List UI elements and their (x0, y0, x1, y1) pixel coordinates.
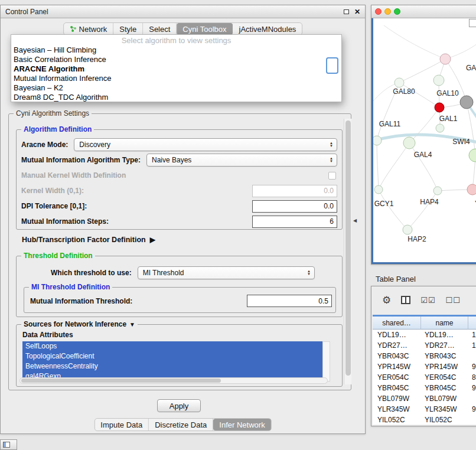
table-row[interactable]: YLR345WYLR345W9. (373, 404, 476, 415)
apply-button[interactable]: Apply (157, 399, 201, 412)
table-row[interactable]: YPR145WYPR145W9. (373, 361, 476, 372)
table-cell: 12 (468, 340, 476, 351)
table-cell: YPR145W (421, 361, 468, 372)
network-edge (377, 141, 379, 190)
node-label: GAL80 (393, 87, 415, 96)
float-window-icon[interactable] (344, 9, 349, 14)
network-window-titlebar[interactable] (371, 5, 476, 18)
algorithm-option[interactable]: Dream8 DC_TDC Algorithm (11, 93, 341, 102)
data-attributes-list: SelfLoopsTopologicalCoefficientBetweenne… (22, 341, 322, 381)
column-header-partial[interactable] (468, 317, 476, 330)
table-cell: YIL052C (373, 415, 421, 425)
manual-kernel-checkbox[interactable] (328, 172, 336, 180)
algorithm-placeholder[interactable]: Select algorithm to view settings (11, 35, 341, 45)
table-row[interactable]: YDR27…YDR27…12 (373, 340, 476, 351)
collapse-down-icon: ▼ (129, 321, 135, 328)
data-attribute-item[interactable]: BetweennessCentrality (22, 361, 322, 371)
network-node[interactable] (395, 78, 404, 87)
tab-select[interactable]: Select (143, 23, 177, 35)
table-row[interactable]: YBL079WYBL079W (373, 393, 476, 404)
table-body: YDL19…YDL19…13YDR27…YDR27…12YBR043CYBR04… (373, 330, 476, 425)
table-cell: 9. (468, 404, 476, 415)
algorithm-option[interactable]: Mutual Information Inference (11, 74, 341, 83)
kernel-width-row: Kernel Width (0,1): 0.0 (21, 183, 337, 198)
sources-group: Sources for Network Inference ▼ Data Att… (16, 324, 343, 387)
column-header-name[interactable]: name (421, 317, 468, 330)
dpi-tolerance-field[interactable]: 0.0 (252, 200, 337, 213)
table-row[interactable]: YIL052CYIL052C (373, 415, 476, 425)
mi-steps-field[interactable]: 6 (252, 216, 337, 228)
algorithm-option[interactable]: Bayesian – K2 (11, 83, 341, 93)
network-node[interactable] (435, 103, 444, 112)
algorithm-option[interactable]: Bayesian – Hill Climbing (11, 45, 341, 55)
aracne-mode-combo[interactable]: Discovery ▲▼ (74, 138, 337, 151)
algorithm-definition-title: Algorithm Definition (21, 125, 94, 133)
cyni-mode-tabs: Impute Data Discretize Data Infer Networ… (94, 418, 271, 431)
network-node[interactable] (403, 225, 412, 234)
network-node[interactable] (433, 187, 442, 195)
columns-icon[interactable] (401, 296, 410, 304)
network-node[interactable] (373, 136, 382, 145)
table-cell: YDL19… (373, 330, 421, 340)
close-traffic-light[interactable] (375, 8, 382, 15)
tab-discretize-data[interactable]: Discretize Data (149, 419, 213, 431)
settings-scrollbar[interactable] (344, 119, 351, 384)
tab-style[interactable]: Style (113, 23, 143, 35)
panel-collapse-arrow-icon[interactable]: ◀ (353, 218, 357, 223)
network-node[interactable] (374, 185, 383, 194)
kernel-width-field[interactable]: 0.0 (252, 185, 337, 197)
desktop: Control Panel ✕ Network Style Select Cyn… (0, 0, 476, 450)
network-edge (409, 107, 439, 143)
tab-network[interactable]: Network (64, 23, 114, 35)
data-attribute-item[interactable]: TopologicalCoefficient (22, 351, 322, 361)
network-node[interactable] (469, 149, 476, 162)
network-node[interactable] (460, 96, 473, 109)
settings-group-title: Cyni Algorithm Settings (14, 109, 92, 118)
combo-arrows-icon: ▲▼ (307, 270, 311, 276)
table-row[interactable]: YBR043CYBR043C (373, 351, 476, 361)
network-node[interactable] (440, 54, 451, 64)
algorithm-definition-group: Algorithm Definition Aracne Mode: Discov… (16, 129, 343, 230)
select-all-icon[interactable]: ☑☑ (420, 296, 435, 305)
data-attributes-label: Data Attributes (22, 331, 73, 339)
network-node[interactable] (436, 124, 444, 132)
network-node[interactable] (403, 137, 415, 149)
node-label: GCY1 (374, 200, 394, 208)
scrollbar-thumb[interactable] (21, 379, 221, 383)
tab-cyni-toolbox[interactable]: Cyni Toolbox (177, 23, 233, 35)
minimize-traffic-light[interactable] (384, 8, 391, 15)
data-attribute-item[interactable]: SelfLoops (22, 341, 322, 351)
table-row[interactable]: YBR045CYBR045C9. (373, 383, 476, 393)
collapsed-panel[interactable] (0, 439, 17, 450)
network-node[interactable] (433, 75, 444, 86)
mi-threshold-row: Mutual Information Threshold: 0.5 (30, 295, 332, 307)
control-panel-tabs: Network Style Select Cyni Toolbox jActiv… (63, 22, 303, 35)
tab-infer-network[interactable]: Infer Network (213, 419, 270, 431)
close-window-icon[interactable]: ✕ (354, 8, 360, 15)
tab-impute-data[interactable]: Impute Data (94, 419, 149, 431)
algorithm-option[interactable]: ARACNE Algorithm (11, 64, 341, 74)
which-threshold-combo[interactable]: MI Threshold ▲▼ (138, 266, 315, 279)
node-label: GAL11 (379, 120, 401, 128)
attributes-vertical-scrollbar[interactable] (322, 341, 330, 381)
scrollbar-thumb[interactable] (345, 120, 351, 376)
mi-threshold-group-title: MI Threshold Definition (29, 283, 112, 291)
attributes-horizontal-scrollbar[interactable] (19, 377, 328, 384)
algorithm-option[interactable]: Basic Correlation Inference (11, 55, 341, 64)
network-node[interactable] (467, 184, 476, 195)
mi-type-combo[interactable]: Naive Bayes ▲▼ (146, 154, 337, 167)
mi-threshold-field[interactable]: 0.5 (247, 295, 332, 307)
table-cell: YLR345W (421, 404, 468, 415)
deselect-all-icon[interactable]: ☐☐ (446, 296, 461, 305)
zoom-traffic-light[interactable] (394, 8, 400, 15)
sources-section-toggle[interactable]: Sources for Network Inference ▼ (21, 320, 138, 328)
gear-icon[interactable]: ⚙ (382, 294, 391, 306)
tab-jactivemnodules[interactable]: jActiveMNodules (233, 23, 302, 35)
table-row[interactable]: YER054CYER054C8. (373, 372, 476, 383)
table-row[interactable]: YDL19…YDL19…13 (373, 330, 476, 340)
network-canvas[interactable]: GALGAL80GAL10GAL1GAL11SWI4GAL4GCY1HAP4HA… (371, 18, 476, 264)
table-cell: YER054C (373, 372, 421, 383)
hub-section-toggle[interactable]: Hub/Transcription Factor Definition ▶ (22, 234, 155, 245)
control-panel-titlebar[interactable]: Control Panel ✕ (1, 5, 365, 18)
column-header-shared-name[interactable]: shared… (373, 317, 421, 330)
